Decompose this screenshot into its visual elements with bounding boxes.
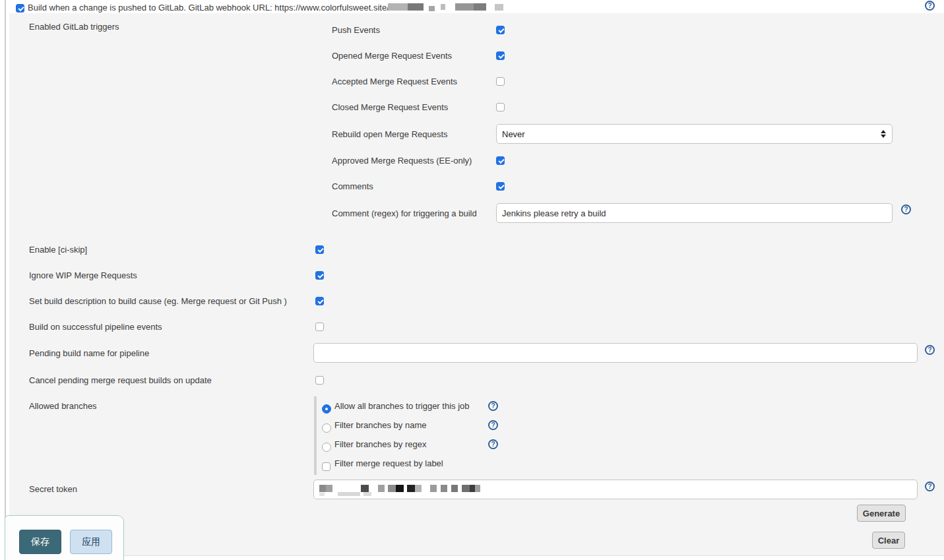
save-button[interactable]: 保存 (19, 530, 61, 554)
jenkins-gitlab-trigger-config: Build when a change is pushed to GitLab.… (0, 0, 944, 560)
approved-mr-label: Approved Merge Requests (EE-only) (332, 156, 472, 166)
redacted-token (326, 485, 332, 492)
redacted-token (319, 485, 326, 492)
redacted-token (361, 485, 369, 492)
select-arrows-icon (881, 130, 886, 138)
cancel-pending-checkbox[interactable] (315, 376, 324, 385)
redacted-token (378, 485, 385, 492)
save-apply-panel: 保存 应用 (5, 515, 124, 560)
comment-regex-label: Comment (regex) for triggering a build (332, 208, 477, 219)
redacted-token (396, 485, 404, 492)
filter-branches-by-name-label: Filter branches by name (334, 420, 426, 431)
redacted-token (430, 485, 437, 492)
filter-mr-by-label-label: Filter merge request by label (334, 458, 443, 469)
help-icon[interactable] (901, 204, 911, 214)
build-on-gitlab-push-label: Build when a change is pushed to GitLab.… (28, 3, 389, 13)
generate-button[interactable]: Generate (857, 505, 906, 522)
redacted-token (415, 485, 422, 492)
approved-mr-checkbox[interactable] (496, 156, 505, 165)
help-icon[interactable] (925, 482, 935, 491)
pending-build-name-input[interactable] (313, 343, 918, 363)
help-icon[interactable] (488, 439, 498, 449)
cancel-pending-label: Cancel pending merge request builds on u… (29, 375, 212, 386)
redacted-token (363, 492, 371, 496)
allowed-branches-label: Allowed branches (29, 401, 97, 412)
closed-mr-events-label: Closed Merge Request Events (332, 102, 448, 113)
redacted-token (388, 485, 396, 492)
redacted-token (475, 485, 480, 492)
pending-build-name-label: Pending build name for pipeline (29, 348, 149, 359)
redacted-token (470, 485, 475, 492)
comments-checkbox[interactable] (496, 182, 505, 191)
redacted-token (319, 493, 325, 496)
redacted-webhook-path (441, 4, 445, 10)
allow-all-branches-radio[interactable] (322, 404, 331, 414)
push-events-checkbox[interactable] (496, 26, 505, 34)
pipeline-events-label: Build on successful pipeline events (29, 322, 162, 332)
opened-mr-events-checkbox[interactable] (496, 51, 505, 60)
enabled-triggers-section-label: Enabled GitLab triggers (29, 22, 119, 32)
help-icon[interactable] (925, 1, 935, 11)
opened-mr-events-label: Opened Merge Request Events (332, 51, 452, 61)
redacted-webhook-path (474, 3, 486, 11)
pipeline-events-checkbox[interactable] (315, 323, 324, 331)
comment-regex-input[interactable] (496, 203, 893, 223)
filter-branches-by-regex-radio[interactable] (322, 443, 331, 452)
help-icon[interactable] (488, 401, 498, 411)
help-icon[interactable] (488, 420, 498, 430)
allow-all-branches-label: Allow all branches to trigger this job (334, 401, 470, 412)
build-on-gitlab-push-checkbox[interactable] (16, 4, 24, 13)
filter-branches-by-regex-label: Filter branches by regex (334, 439, 426, 450)
build-description-checkbox[interactable] (315, 297, 324, 305)
ignore-wip-checkbox[interactable] (315, 271, 324, 280)
filter-mr-by-label-checkbox[interactable] (322, 462, 330, 471)
section-indent-line (5, 0, 6, 560)
secret-token-label: Secret token (29, 484, 77, 495)
redacted-token (441, 485, 447, 492)
redacted-token (407, 485, 415, 492)
redacted-webhook-path (495, 4, 503, 11)
ci-skip-checkbox[interactable] (315, 245, 324, 254)
clear-button[interactable]: Clear (872, 532, 905, 549)
rebuild-open-mr-selected-value: Never (502, 129, 525, 139)
redacted-webhook-path (429, 6, 435, 11)
closed-mr-events-checkbox[interactable] (496, 103, 505, 111)
comments-label: Comments (332, 181, 373, 192)
redacted-webhook-path (455, 3, 474, 11)
rebuild-open-mr-select[interactable]: Never (496, 124, 893, 144)
build-description-label: Set build description to build cause (eg… (29, 296, 287, 307)
rebuild-open-mr-label: Rebuild open Merge Requests (332, 129, 448, 140)
secret-token-input[interactable] (313, 480, 918, 499)
redacted-token (462, 485, 470, 492)
accepted-mr-events-checkbox[interactable] (496, 77, 505, 86)
redacted-webhook-path (408, 3, 424, 11)
trigger-config-panel (9, 13, 944, 556)
filter-branches-by-name-radio[interactable] (322, 423, 331, 433)
redacted-token (451, 485, 458, 492)
ci-skip-label: Enable [ci-skip] (29, 245, 87, 255)
redacted-token (338, 492, 360, 496)
push-events-label: Push Events (332, 25, 380, 36)
ignore-wip-label: Ignore WIP Merge Requests (29, 270, 137, 281)
apply-button[interactable]: 应用 (70, 530, 112, 554)
redacted-webhook-path (388, 3, 408, 11)
allowed-branches-indent-bar (314, 396, 317, 475)
help-icon[interactable] (925, 345, 935, 355)
accepted-mr-events-label: Accepted Merge Request Events (332, 77, 457, 87)
